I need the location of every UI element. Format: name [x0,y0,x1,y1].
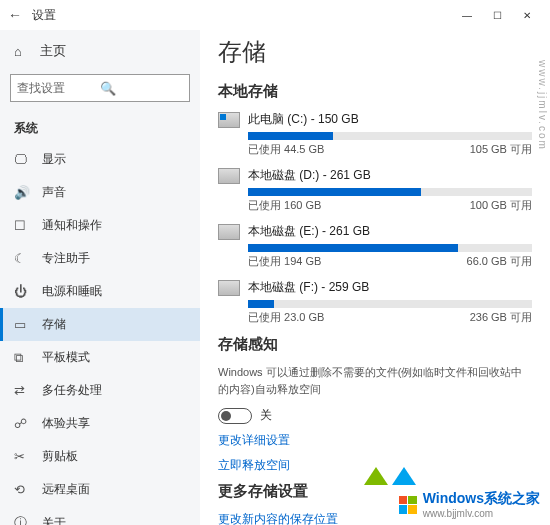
sidebar-item-4[interactable]: ⏻电源和睡眠 [0,275,200,308]
sidebar-home[interactable]: ⌂ 主页 [0,36,200,66]
drive-icon [218,168,240,184]
search-placeholder: 查找设置 [17,80,100,97]
nav-icon: 🖵 [14,152,32,167]
sidebar-item-5[interactable]: ▭存储 [0,308,200,341]
storage-sense-desc: Windows 可以通过删除不需要的文件(例如临时文件和回收站中的内容)自动释放… [218,364,532,397]
sidebar-item-0[interactable]: 🖵显示 [0,143,200,176]
nav-icon: ☐ [14,218,32,233]
sidebar-item-6[interactable]: ⧉平板模式 [0,341,200,374]
nav-icon: ⓘ [14,514,32,525]
drive-title: 此电脑 (C:) - 150 GB [248,111,359,128]
drive-bar [248,300,532,308]
nav-icon: ▭ [14,317,32,332]
drive-2[interactable]: 本地磁盘 (E:) - 261 GB已使用 194 GB66.0 GB 可用 [218,223,532,269]
nav-label: 平板模式 [42,349,90,366]
nav-label: 存储 [42,316,66,333]
drive-free: 100 GB 可用 [470,198,532,213]
nav-icon: ☾ [14,251,32,266]
drive-title: 本地磁盘 (E:) - 261 GB [248,223,370,240]
storage-sense-heading: 存储感知 [218,335,532,354]
nav-icon: ✂ [14,449,32,464]
sidebar-item-8[interactable]: ☍体验共享 [0,407,200,440]
drive-free: 105 GB 可用 [470,142,532,157]
sidebar-section-label: 系统 [0,110,200,143]
nav-label: 剪贴板 [42,448,78,465]
nav-label: 关于 [42,515,66,526]
nav-icon: ⏻ [14,284,32,299]
drive-bar [248,132,532,140]
nav-icon: ⧉ [14,350,32,366]
nav-icon: 🔊 [14,185,32,200]
sidebar-item-9[interactable]: ✂剪贴板 [0,440,200,473]
drive-3[interactable]: 本地磁盘 (F:) - 259 GB已使用 23.0 GB236 GB 可用 [218,279,532,325]
drive-used: 已使用 160 GB [248,198,470,213]
nav-icon: ⟲ [14,482,32,497]
toggle-state-label: 关 [260,407,272,424]
nav-label: 通知和操作 [42,217,102,234]
drive-used: 已使用 23.0 GB [248,310,470,325]
nav-label: 多任务处理 [42,382,102,399]
drive-icon [218,224,240,240]
main-content: 存储 本地存储 此电脑 (C:) - 150 GB已使用 44.5 GB105 … [200,30,550,525]
nav-label: 显示 [42,151,66,168]
maximize-button[interactable]: ☐ [482,0,512,30]
sidebar-item-7[interactable]: ⇄多任务处理 [0,374,200,407]
nav-label: 电源和睡眠 [42,283,102,300]
link-change-location[interactable]: 更改新内容的保存位置 [218,511,532,525]
nav-label: 专注助手 [42,250,90,267]
drive-used: 已使用 194 GB [248,254,467,269]
nav-label: 远程桌面 [42,481,90,498]
drive-free: 236 GB 可用 [470,310,532,325]
nav-icon: ⇄ [14,383,32,398]
drive-0[interactable]: 此电脑 (C:) - 150 GB已使用 44.5 GB105 GB 可用 [218,111,532,157]
more-settings-heading: 更多存储设置 [218,482,532,501]
search-input[interactable]: 查找设置 🔍 [10,74,190,102]
home-icon: ⌂ [14,44,32,59]
drive-1[interactable]: 本地磁盘 (D:) - 261 GB已使用 160 GB100 GB 可用 [218,167,532,213]
sidebar-item-11[interactable]: ⓘ关于 [0,506,200,525]
drive-icon [218,280,240,296]
window-title: 设置 [32,7,56,24]
drive-bar [248,188,532,196]
drive-used: 已使用 44.5 GB [248,142,470,157]
sidebar-home-label: 主页 [40,42,66,60]
close-button[interactable]: ✕ [512,0,542,30]
drive-title: 本地磁盘 (D:) - 261 GB [248,167,371,184]
nav-label: 声音 [42,184,66,201]
local-storage-heading: 本地存储 [218,82,532,101]
drive-bar [248,244,532,252]
page-heading: 存储 [218,36,532,68]
drive-free: 66.0 GB 可用 [467,254,532,269]
nav-label: 体验共享 [42,415,90,432]
link-change-detail[interactable]: 更改详细设置 [218,432,532,449]
nav-icon: ☍ [14,416,32,431]
drive-icon [218,112,240,128]
sidebar: ⌂ 主页 查找设置 🔍 系统 🖵显示🔊声音☐通知和操作☾专注助手⏻电源和睡眠▭存… [0,30,200,525]
sidebar-item-2[interactable]: ☐通知和操作 [0,209,200,242]
sidebar-item-1[interactable]: 🔊声音 [0,176,200,209]
sidebar-item-3[interactable]: ☾专注助手 [0,242,200,275]
drive-title: 本地磁盘 (F:) - 259 GB [248,279,369,296]
search-icon: 🔍 [100,81,183,96]
sidebar-item-10[interactable]: ⟲远程桌面 [0,473,200,506]
back-button[interactable]: ← [8,7,32,23]
minimize-button[interactable]: — [452,0,482,30]
storage-sense-toggle[interactable] [218,408,252,424]
link-free-space[interactable]: 立即释放空间 [218,457,532,474]
